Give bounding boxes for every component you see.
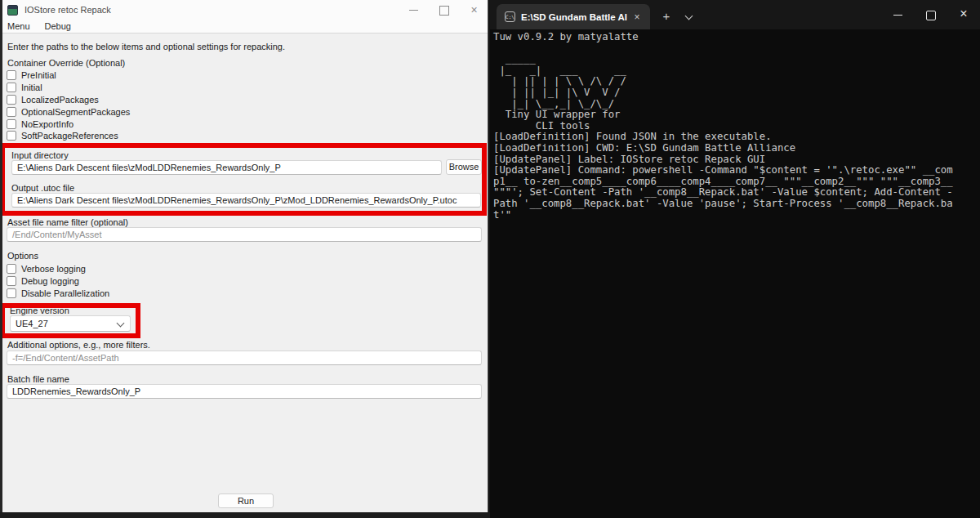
- tuw-app-window: IOStore retoc Repack × Menu Debug Enter …: [0, 0, 488, 512]
- checkbox-row-softpackagereferences[interactable]: SoftPackageReferences: [7, 130, 118, 141]
- batch-file-name-field[interactable]: LDDRenemies_RewardsOnly_P: [7, 384, 482, 399]
- terminal-output[interactable]: Tuw v0.9.2 by matyalatte _____ |_ _| ___…: [493, 32, 977, 516]
- checkbox-row-initial[interactable]: Initial: [7, 82, 42, 93]
- minimize-icon[interactable]: [408, 5, 419, 16]
- checkbox-row-optionalsegmentpackages[interactable]: OptionalSegmentPackages: [7, 106, 130, 118]
- terminal-close-icon[interactable]: ×: [947, 0, 980, 29]
- container-override-label: Container Override (Optional): [7, 58, 125, 68]
- checkbox-row-debug-logging[interactable]: Debug logging: [7, 275, 79, 287]
- additional-options-field[interactable]: -f=/End/Content/AssetPath: [7, 351, 482, 365]
- additional-options-label: Additional options, e.g., more filters.: [7, 340, 150, 350]
- checkbox-icon[interactable]: [7, 95, 16, 105]
- checkbox-label: Debug logging: [21, 276, 79, 286]
- tab-dropdown-button[interactable]: [679, 7, 699, 26]
- checkbox-row-disable-parallelization[interactable]: Disable Parallelization: [7, 288, 109, 299]
- output-utoc-label: Output .utoc file: [11, 183, 74, 193]
- checkbox-icon[interactable]: [7, 276, 16, 286]
- screen-edge-strip: [0, 0, 2, 518]
- menu-item-menu[interactable]: Menu: [0, 21, 38, 31]
- form-description: Enter the paths to the below items and o…: [7, 42, 285, 51]
- checkbox-icon[interactable]: [7, 131, 16, 141]
- options-label: Options: [7, 251, 38, 261]
- asset-filter-field[interactable]: /End/Content/MyAsset: [7, 227, 482, 242]
- checkbox-icon[interactable]: [7, 107, 16, 117]
- app-window-title: IOStore retoc Repack: [24, 5, 111, 15]
- terminal-tab[interactable]: C:\ E:\SD Gundam Battle Alliance' ×: [497, 4, 650, 29]
- output-utoc-field[interactable]: E:\Aliens Dark Descent files\zModLDDRene…: [11, 193, 481, 208]
- engine-version-dropdown[interactable]: UE4_27: [10, 315, 131, 332]
- tab-close-icon[interactable]: ×: [630, 11, 644, 23]
- checkbox-label: PreInitial: [21, 70, 56, 80]
- browse-button[interactable]: Browse: [446, 159, 482, 175]
- checkbox-icon[interactable]: [7, 288, 16, 298]
- run-button[interactable]: Run: [218, 493, 274, 508]
- engine-version-value: UE4_27: [16, 319, 48, 328]
- app-icon: [7, 5, 18, 16]
- terminal-titlebar: C:\ E:\SD Gundam Battle Alliance' × + ×: [490, 0, 980, 29]
- cmd-icon: C:\: [505, 11, 515, 22]
- input-directory-field[interactable]: E:\Aliens Dark Descent files\zModLDDRene…: [11, 160, 442, 175]
- checkbox-icon[interactable]: [7, 83, 16, 92]
- asset-filter-label: Asset file name filter (optional): [7, 217, 128, 227]
- terminal-minimize-icon[interactable]: [882, 0, 915, 29]
- checkbox-icon[interactable]: [7, 119, 16, 129]
- checkbox-label: Initial: [21, 83, 42, 92]
- terminal-window: C:\ E:\SD Gundam Battle Alliance' × + × …: [490, 0, 980, 518]
- input-directory-label: Input directory: [11, 150, 69, 160]
- checkbox-label: LocalizedPackages: [21, 95, 99, 105]
- checkbox-label: OptionalSegmentPackages: [21, 107, 130, 117]
- checkbox-icon[interactable]: [7, 70, 16, 80]
- checkbox-label: NoExportInfo: [21, 119, 74, 129]
- checkbox-label: Disable Parallelization: [21, 288, 109, 298]
- app-menubar: Menu Debug: [0, 20, 488, 33]
- new-tab-button[interactable]: +: [657, 7, 676, 26]
- maximize-icon[interactable]: [439, 5, 449, 16]
- engine-version-label: Engine version: [10, 306, 69, 315]
- close-icon[interactable]: ×: [469, 5, 479, 16]
- chevron-down-icon: [685, 12, 693, 20]
- checkbox-row-noexportinfo[interactable]: NoExportInfo: [7, 118, 74, 130]
- checkbox-row-verbose-logging[interactable]: Verbose logging: [7, 263, 86, 275]
- app-titlebar: IOStore retoc Repack ×: [0, 0, 488, 20]
- checkbox-row-preinitial[interactable]: PreInitial: [7, 69, 56, 81]
- checkbox-row-localizedpackages[interactable]: LocalizedPackages: [7, 94, 99, 105]
- checkbox-label: Verbose logging: [21, 264, 86, 274]
- chevron-down-icon: [117, 319, 125, 328]
- terminal-text: Tuw v0.9.2 by matyalatte _____ |_ _| ___…: [493, 32, 977, 221]
- desktop: IOStore retoc Repack × Menu Debug Enter …: [0, 0, 980, 518]
- checkbox-icon[interactable]: [7, 264, 16, 274]
- terminal-maximize-icon[interactable]: [915, 0, 947, 29]
- terminal-tab-title: E:\SD Gundam Battle Alliance': [521, 12, 627, 22]
- background-window-strip: [0, 512, 490, 518]
- checkbox-label: SoftPackageReferences: [21, 131, 118, 141]
- menu-item-debug[interactable]: Debug: [38, 21, 78, 31]
- batch-file-name-label: Batch file name: [7, 374, 69, 384]
